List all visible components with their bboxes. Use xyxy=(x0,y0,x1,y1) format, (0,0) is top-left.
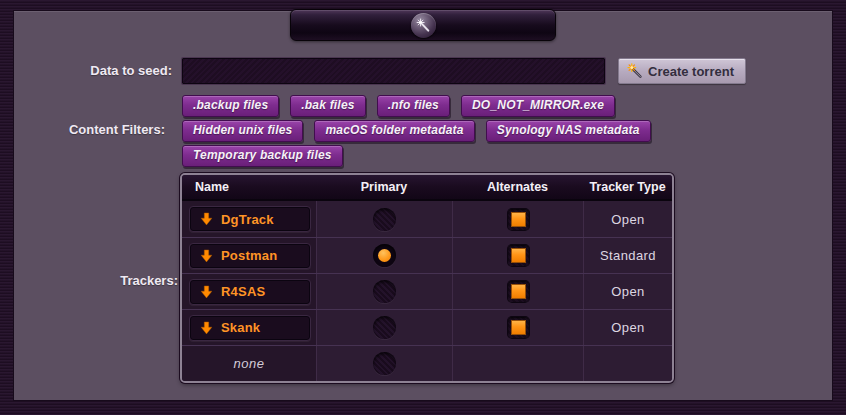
content-filter-chips: .backup files.bak files.nfo filesDO_NOT_… xyxy=(182,95,694,167)
data-to-seed-label: Data to seed: xyxy=(14,58,172,84)
tracker-table-header: NamePrimaryAlternatesTracker Type xyxy=(182,175,672,201)
tracker-type-label: Standard xyxy=(600,248,656,263)
column-header-name: Name xyxy=(182,180,316,194)
tracker-table-body: DgTrackOpen PostmanStandard R4SASOpen Sk… xyxy=(182,201,672,381)
magic-wand-icon xyxy=(627,63,643,79)
filter-chip-do-not-mirror-exe[interactable]: DO_NOT_MIRROR.exe xyxy=(461,95,615,117)
tracker-name-button[interactable]: DgTrack xyxy=(189,206,311,232)
alternates-cell xyxy=(452,346,583,381)
primary-cell xyxy=(316,310,452,345)
orb-button xyxy=(411,13,436,38)
tracker-name-label: DgTrack xyxy=(221,212,274,227)
primary-cell xyxy=(316,201,452,237)
filter-chip-backup-files[interactable]: .backup files xyxy=(182,95,279,117)
tracker-name-cell: DgTrack xyxy=(182,201,316,237)
create-torrent-label: Create torrent xyxy=(648,64,734,79)
download-arrow-icon xyxy=(200,212,213,226)
checkbox-checkmark xyxy=(512,285,525,298)
download-arrow-icon xyxy=(200,321,213,335)
tracker-type-cell: Open xyxy=(583,274,672,309)
primary-cell xyxy=(316,274,452,309)
tracker-row-skank: SkankOpen xyxy=(182,309,672,345)
no-tracker-label: none xyxy=(182,356,316,371)
filter-chip-temporary-backup-files[interactable]: Temporary backup files xyxy=(182,145,343,167)
tracker-row-r4sas: R4SASOpen xyxy=(182,273,672,309)
tracker-name-cell: none xyxy=(182,346,316,381)
alternates-checkbox[interactable] xyxy=(508,317,529,338)
filter-chip-hidden-unix-files[interactable]: Hidden unix files xyxy=(182,120,303,142)
primary-radio[interactable] xyxy=(373,280,396,303)
download-arrow-icon xyxy=(200,249,213,263)
column-header-alternates: Alternates xyxy=(452,180,583,194)
tracker-type-label: Open xyxy=(611,320,644,335)
column-header-tracker-type: Tracker Type xyxy=(583,180,672,194)
primary-cell xyxy=(316,238,452,273)
filter-chip-bak-files[interactable]: .bak files xyxy=(290,95,365,117)
primary-radio[interactable] xyxy=(373,352,396,375)
tracker-name-cell: Skank xyxy=(182,310,316,345)
magic-wand-icon xyxy=(416,18,431,33)
tracker-type-label: Open xyxy=(611,284,644,299)
column-header-primary: Primary xyxy=(316,180,452,194)
tracker-name-button[interactable]: Postman xyxy=(189,243,311,269)
tracker-name-label: Skank xyxy=(221,320,260,335)
tracker-row-dgtrack: DgTrackOpen xyxy=(182,201,672,237)
tracker-name-button[interactable]: R4SAS xyxy=(189,279,311,305)
checkbox-checkmark xyxy=(512,213,525,226)
filter-chip-synology-nas-metadata[interactable]: Synology NAS metadata xyxy=(486,120,651,142)
tracker-name-label: Postman xyxy=(221,248,277,263)
tracker-name-cell: R4SAS xyxy=(182,274,316,309)
trackers-label: Trackers: xyxy=(14,271,178,291)
primary-radio[interactable] xyxy=(373,316,396,339)
tracker-type-cell: Open xyxy=(583,201,672,237)
tracker-name-cell: Postman xyxy=(182,238,316,273)
tracker-type-cell: Open xyxy=(583,310,672,345)
alternates-cell xyxy=(452,238,583,273)
tracker-name-button[interactable]: Skank xyxy=(189,315,311,341)
checkbox-checkmark xyxy=(512,249,525,262)
primary-radio[interactable] xyxy=(373,208,396,231)
alternates-cell xyxy=(452,274,583,309)
alternates-checkbox[interactable] xyxy=(508,209,529,230)
alternates-checkbox[interactable] xyxy=(508,281,529,302)
tracker-type-label: Open xyxy=(611,212,644,227)
download-arrow-icon xyxy=(200,285,213,299)
data-to-seed-input[interactable] xyxy=(182,58,605,84)
alternates-cell xyxy=(452,310,583,345)
tracker-name-label: R4SAS xyxy=(221,284,265,299)
torrent-creator-window: Data to seed: Create torrent Content Fil… xyxy=(0,0,846,415)
main-panel: Data to seed: Create torrent Content Fil… xyxy=(14,11,832,400)
create-torrent-button[interactable]: Create torrent xyxy=(618,58,746,84)
content-filters-label: Content Filters: xyxy=(14,119,165,140)
alternates-cell xyxy=(452,201,583,237)
tracker-table: NamePrimaryAlternatesTracker Type DgTrac… xyxy=(180,173,674,383)
tracker-row-postman: PostmanStandard xyxy=(182,237,672,273)
tracker-type-cell: Standard xyxy=(583,238,672,273)
filter-chip-macos-folder-metadata[interactable]: macOS folder metadata xyxy=(314,120,474,142)
alternates-checkbox[interactable] xyxy=(508,245,529,266)
tracker-row-none: none xyxy=(182,345,672,381)
tracker-type-cell xyxy=(583,346,672,381)
checkbox-checkmark xyxy=(512,321,525,334)
filter-chip-nfo-files[interactable]: .nfo files xyxy=(377,95,450,117)
primary-radio[interactable] xyxy=(373,244,396,267)
collapse-handle[interactable] xyxy=(290,9,556,41)
primary-cell xyxy=(316,346,452,381)
